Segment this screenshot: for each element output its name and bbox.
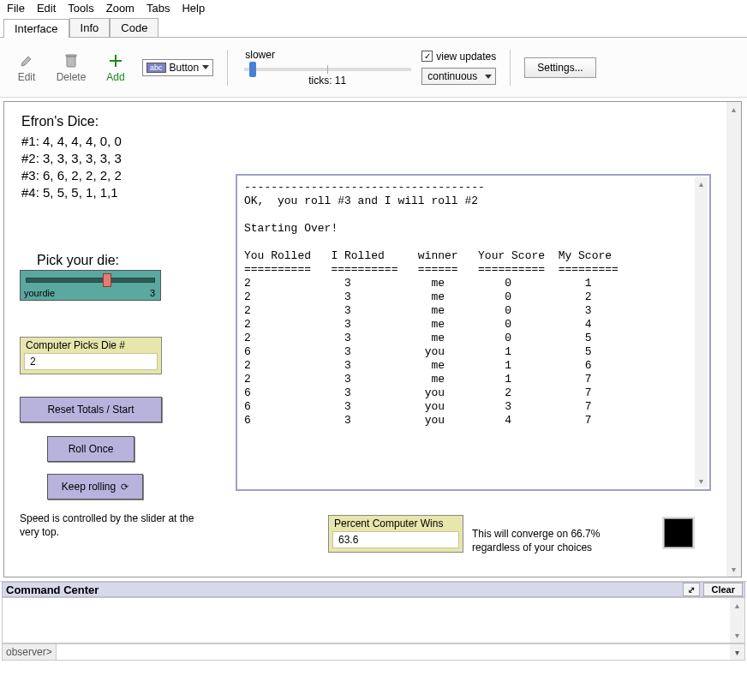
tool-delete[interactable]: Delete (53, 52, 89, 83)
command-center-output: ▴ ▾ (2, 597, 745, 643)
reset-button[interactable]: Reset Totals / Start (20, 397, 162, 422)
pencil-icon (18, 52, 35, 69)
tab-interface[interactable]: Interface (3, 19, 69, 38)
speed-label: slower (245, 49, 275, 61)
keep-rolling-button[interactable]: Keep rolling ⟳ (47, 474, 143, 500)
settings-button[interactable]: Settings... (524, 57, 595, 78)
menu-edit[interactable]: Edit (37, 2, 56, 15)
dice-line: #2: 3, 3, 3, 3, 3, 3 (21, 150, 122, 167)
speed-slider[interactable] (244, 68, 411, 71)
tab-code[interactable]: Code (110, 18, 158, 37)
dice-line: #3: 6, 6, 2, 2, 2, 2 (21, 167, 122, 184)
cc-clear-button[interactable]: Clear (703, 583, 743, 596)
keep-rolling-label: Keep rolling (62, 481, 116, 493)
tool-add-label: Add (106, 71, 124, 83)
main-tabs: Interface Info Code (0, 16, 747, 38)
scroll-up-icon[interactable]: ▴ (695, 177, 708, 190)
trash-icon (63, 52, 80, 69)
tool-edit[interactable]: Edit (9, 52, 45, 83)
cc-scrollbar[interactable]: ▴ ▾ (730, 598, 744, 643)
element-type-value: Button (170, 62, 200, 74)
update-mode-value: continuous (427, 70, 477, 82)
command-center-header: Command Center ⤢ Clear (2, 582, 745, 597)
cc-expand-button[interactable]: ⤢ (683, 583, 700, 596)
world-view[interactable] (664, 518, 693, 547)
yourdie-slider[interactable]: yourdie 3 (20, 270, 161, 301)
command-center-prompt: observer> ▾ (2, 643, 745, 661)
pick-your-die-label: Pick your die: (37, 253, 119, 268)
dice-title: Efron's Dice: (21, 114, 99, 129)
tool-add[interactable]: Add (98, 52, 134, 83)
scroll-down-icon[interactable]: ▾ (730, 628, 744, 643)
computer-picks-monitor: Computer Picks Die # 2 (20, 337, 162, 374)
view-updates-checkbox[interactable]: ✓ view updates (421, 51, 496, 63)
menu-bar: File Edit Tools Zoom Tabs Help (0, 0, 747, 16)
view-update-group: ✓ view updates continuous (421, 51, 496, 85)
forever-icon: ⟳ (121, 482, 128, 493)
interface-toolbar: Edit Delete Add abc Button slower ticks:… (0, 38, 747, 98)
monitor-value: 63.6 (332, 531, 459, 548)
history-dropdown[interactable]: ▾ (730, 644, 744, 660)
scroll-down-icon[interactable]: ▾ (726, 562, 741, 577)
slider-value: 3 (150, 288, 155, 298)
dice-line: #4: 5, 5, 5, 1, 1,1 (21, 184, 122, 201)
scroll-up-icon[interactable]: ▴ (726, 102, 741, 117)
output-area: ------------------------------------ OK,… (236, 174, 711, 491)
tool-delete-label: Delete (57, 71, 87, 83)
monitor-value: 2 (24, 353, 158, 370)
slider-name: yourdie (24, 288, 55, 298)
element-type-dropdown[interactable]: abc Button (142, 59, 213, 76)
scroll-down-icon[interactable]: ▾ (695, 475, 708, 488)
monitor-title: Computer Picks Die # (21, 338, 161, 353)
tab-info[interactable]: Info (69, 18, 111, 37)
plus-icon (107, 52, 124, 69)
menu-zoom[interactable]: Zoom (106, 2, 134, 15)
speed-note: Speed is controlled by the slider at the… (20, 512, 200, 539)
tool-edit-label: Edit (18, 71, 36, 83)
dice-list: #1: 4, 4, 4, 4, 0, 0 #2: 3, 3, 3, 3, 3, … (21, 133, 122, 201)
menu-file[interactable]: File (7, 2, 25, 15)
converge-note: This will converge on 66.7% regardless o… (472, 527, 635, 554)
dice-line: #1: 4, 4, 4, 4, 0, 0 (21, 133, 122, 150)
output-text: ------------------------------------ OK,… (237, 176, 709, 433)
output-scrollbar[interactable]: ▴ ▾ (695, 177, 708, 488)
command-center-title: Command Center (6, 583, 99, 596)
interface-canvas: Efron's Dice: #1: 4, 4, 4, 4, 0, 0 #2: 3… (3, 101, 742, 577)
menu-tabs[interactable]: Tabs (146, 2, 170, 15)
expand-icon: ⤢ (688, 585, 695, 595)
ticks-counter: ticks: 11 (308, 75, 346, 87)
separator (227, 50, 228, 86)
percent-wins-monitor: Percent Computer Wins 63.6 (328, 515, 463, 553)
monitor-title: Percent Computer Wins (329, 516, 463, 531)
slider-thumb[interactable] (103, 273, 111, 287)
menu-help[interactable]: Help (182, 2, 205, 15)
agent-selector[interactable]: observer> (3, 644, 57, 660)
abc-icon: abc (146, 63, 166, 73)
command-input[interactable] (57, 644, 730, 660)
checkbox-icon: ✓ (421, 51, 433, 62)
scroll-up-icon[interactable]: ▴ (730, 598, 744, 613)
canvas-scrollbar[interactable]: ▴ ▾ (726, 102, 741, 577)
roll-once-button[interactable]: Roll Once (47, 436, 134, 462)
view-updates-label: view updates (436, 51, 496, 63)
separator (510, 50, 511, 86)
caret-down-icon (202, 65, 209, 69)
speed-slider-group: slower ticks: 11 (242, 49, 413, 87)
menu-tools[interactable]: Tools (68, 2, 93, 15)
update-mode-dropdown[interactable]: continuous (421, 68, 496, 85)
